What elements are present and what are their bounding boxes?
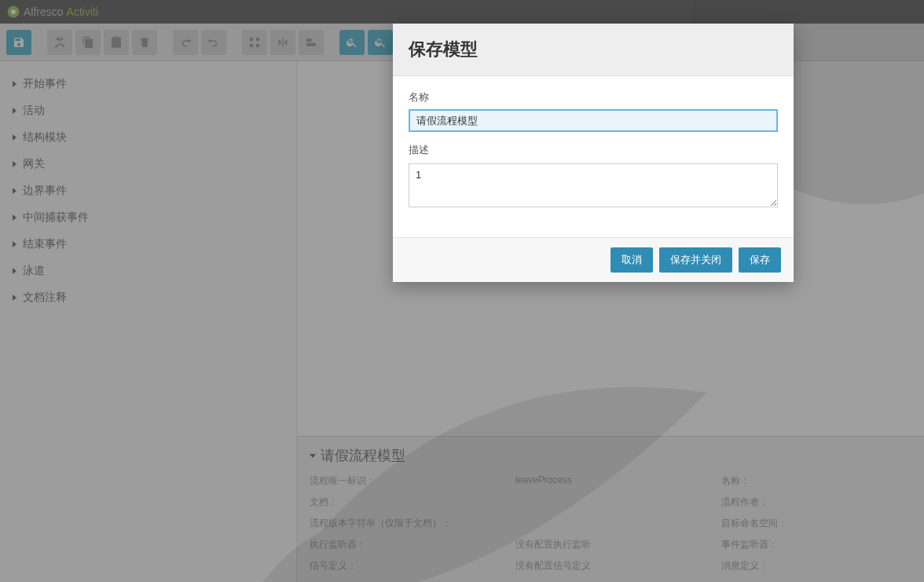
name-label: 名称 bbox=[409, 90, 778, 104]
cancel-button[interactable]: 取消 bbox=[610, 247, 653, 273]
dialog-title: 保存模型 bbox=[393, 24, 794, 76]
name-input[interactable] bbox=[409, 109, 778, 132]
dialog-footer: 取消 保存并关闭 保存 bbox=[393, 237, 794, 282]
description-label: 描述 bbox=[409, 143, 778, 157]
save-model-dialog: 保存模型 名称 描述 取消 保存并关闭 保存 bbox=[393, 24, 794, 282]
dialog-body: 名称 描述 bbox=[393, 76, 794, 237]
save-and-close-button[interactable]: 保存并关闭 bbox=[659, 247, 732, 273]
description-textarea[interactable] bbox=[409, 163, 778, 207]
save-confirm-button[interactable]: 保存 bbox=[739, 247, 781, 273]
